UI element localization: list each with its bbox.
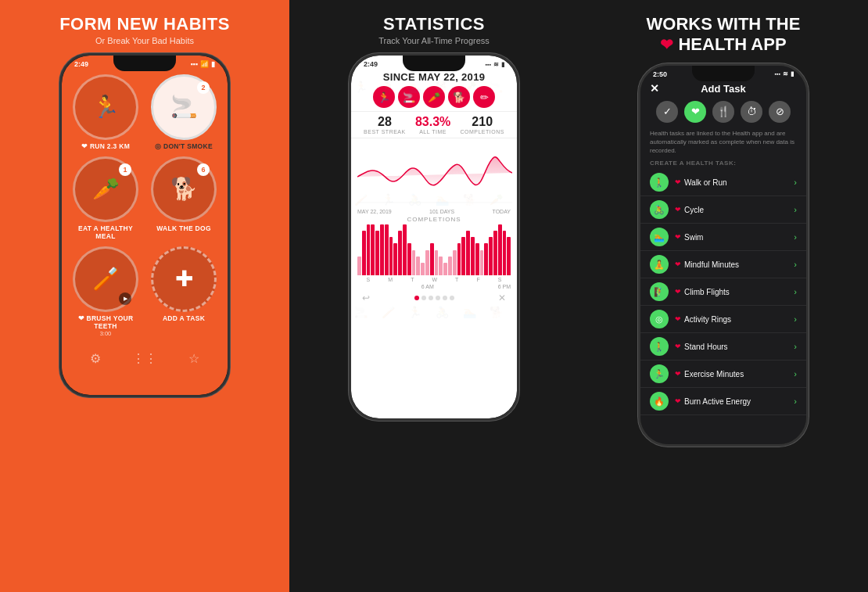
bar-item	[484, 243, 488, 275]
task-heart: ❤	[675, 206, 681, 213]
add-task-title: Add Task	[701, 83, 746, 95]
dot-2	[421, 296, 426, 300]
bar-item	[435, 250, 439, 276]
stat-icon-pencil: ✏	[473, 86, 495, 108]
day-w: W	[432, 277, 437, 282]
habit-add[interactable]: ✚ ADD A TASK	[148, 246, 220, 337]
teeth-icon: 🪥	[92, 268, 120, 290]
close-icon[interactable]: ✕	[498, 292, 506, 303]
dot-5	[443, 296, 447, 300]
stat-icon-smoke: 🚬	[398, 86, 420, 108]
grid-tab-icon[interactable]: ⋮⋮	[132, 351, 157, 366]
panel-statistics: STATISTICS Track Your All-Time Progress …	[289, 0, 579, 592]
bar-chart	[351, 224, 517, 275]
phone-2: 2:49 ▪▪▪ ≋ ▮ 🏃🚴🏊 🐕🥕🚬 🪥🏃🚴 🏊🐕🥕 🚬🪥🏃 🚴🏊🐕 SIN…	[349, 53, 519, 421]
completions-label: COMPLETIONS	[351, 216, 517, 223]
bar-item	[457, 243, 461, 275]
stats-icons-row: 🏃 🚬 🥕 🐕 ✏	[351, 86, 517, 108]
wifi-icon: 📶	[200, 60, 209, 68]
phone-3: 2:50 ▪▪▪ ≋ ▮ ✕ Add Task ✓ ❤ 🍴 ⏱ ⊘ Health…	[638, 63, 809, 447]
notch-3	[692, 66, 755, 81]
task-list-item[interactable]: 🧘 ❤ Mindful Minutes ›	[640, 251, 806, 278]
bar-item	[407, 243, 411, 275]
task-heart: ❤	[675, 370, 681, 378]
habit-run[interactable]: 🏃 ❤ RUN 2.3 KM	[70, 74, 142, 150]
cat-fork[interactable]: 🍴	[712, 101, 734, 123]
bar-item	[448, 257, 452, 275]
run-icon: 🏃	[92, 96, 120, 118]
back-icon[interactable]: ↩	[362, 292, 370, 303]
status-time-2: 2:49	[364, 60, 378, 68]
bar-item	[503, 231, 507, 275]
task-chevron: ›	[794, 314, 797, 324]
bar-item	[362, 231, 366, 275]
close-button[interactable]: ✕	[650, 82, 659, 95]
task-icon: 🚶	[650, 337, 669, 356]
bar-item	[453, 250, 457, 276]
task-chevron: ›	[794, 205, 797, 214]
category-row: ✓ ❤ 🍴 ⏱ ⊘	[640, 98, 806, 127]
task-icon: ◎	[650, 310, 669, 328]
cat-check[interactable]: ✓	[656, 101, 678, 123]
task-list-item[interactable]: 🏊 ❤ Swim ›	[640, 224, 806, 251]
task-heart: ❤	[675, 233, 681, 241]
stat-icon-run: 🏃	[373, 86, 395, 108]
date-end: TODAY	[493, 209, 511, 214]
bar-item	[389, 237, 393, 275]
stat-alltime: 83.3% ALL TIME	[415, 115, 450, 135]
smoke-badge: 2	[197, 81, 210, 94]
panel1-title: FORM NEW HABITS	[59, 14, 230, 34]
bar-item	[375, 231, 379, 275]
cat-block[interactable]: ⊘	[769, 101, 791, 123]
stat-streak: 28 BEST STREAK	[364, 115, 406, 135]
dot-6	[450, 296, 454, 300]
bar-item	[403, 224, 407, 275]
bar-item	[425, 250, 429, 276]
day-f: F	[476, 277, 479, 282]
eat-badge: 1	[119, 163, 131, 176]
bar-item	[443, 263, 447, 275]
day-t2: T	[455, 277, 458, 282]
dog-badge: 6	[197, 163, 210, 176]
panel-health: WORKS WITH THE ❤ HEALTH APP 2:50 ▪▪▪ ≋ ▮…	[579, 0, 868, 592]
day-m: M	[388, 277, 393, 282]
task-list-item[interactable]: 🏃 ❤ Exercise Minutes ›	[640, 361, 806, 388]
task-list-item[interactable]: 🧗 ❤ Climb Flights ›	[640, 278, 806, 306]
task-list-item[interactable]: 🔥 ❤ Burn Active Energy ›	[640, 388, 806, 415]
habit-teeth[interactable]: 🪥 ▶ ❤ BRUSH YOUR TEETH 3:00	[70, 246, 142, 337]
stat-icon-eat: 🥕	[423, 86, 445, 108]
day-s1: S	[367, 277, 371, 282]
task-list-item[interactable]: ◎ ❤ Activity Rings ›	[640, 306, 806, 333]
task-heart: ❤	[675, 288, 681, 296]
run-label: ❤ RUN 2.3 KM	[81, 142, 130, 150]
time-6am: 6 AM	[421, 284, 434, 289]
eat-icon: 🥕	[92, 178, 120, 200]
habit-dog[interactable]: 🐕 6 WALK THE DOG	[148, 156, 220, 240]
task-list-item[interactable]: 🚴 ❤ Cycle ›	[640, 196, 806, 224]
stat-completions: 210 COMPLETIONS	[460, 115, 504, 135]
stats-since: SINCE MAY 22, 2019	[351, 71, 517, 83]
task-list-item[interactable]: 🚶 ❤ Stand Hours ›	[640, 333, 806, 361]
create-label: CREATE A HEALTH TASK:	[640, 158, 806, 169]
bar-item	[507, 237, 511, 275]
task-list-item[interactable]: 🚶 ❤ Walk or Run ›	[640, 169, 806, 196]
star-tab-icon[interactable]: ☆	[188, 351, 199, 366]
habit-smoke[interactable]: 🚬 2 ◎ DON'T SMOKE	[148, 74, 220, 150]
chart-dates: MAY 22, 2019 101 DAYS TODAY	[351, 209, 517, 214]
bar-item	[380, 224, 384, 275]
cat-clock[interactable]: ⏱	[741, 101, 762, 123]
settings-tab-icon[interactable]: ⚙	[90, 351, 101, 366]
habit-eat[interactable]: 🥕 1 EAT A HEALTHY MEAL	[70, 156, 142, 240]
panel2-subtitle: Track Your All-Time Progress	[378, 36, 490, 45]
bar-item	[489, 237, 493, 275]
teeth-sub: 3:00	[100, 330, 112, 337]
cat-heart[interactable]: ❤	[684, 101, 706, 123]
heart-inline: ❤	[660, 36, 673, 53]
task-chevron: ›	[794, 232, 797, 242]
status-icons-1: ▪▪▪ 📶 ▮	[190, 60, 215, 68]
tab-bar-1: ⚙ ⋮⋮ ☆	[62, 345, 228, 375]
stat-icon-dog: 🐕	[448, 86, 470, 108]
task-heart: ❤	[675, 260, 681, 268]
task-chevron: ›	[794, 342, 797, 351]
dot-1	[414, 296, 419, 300]
